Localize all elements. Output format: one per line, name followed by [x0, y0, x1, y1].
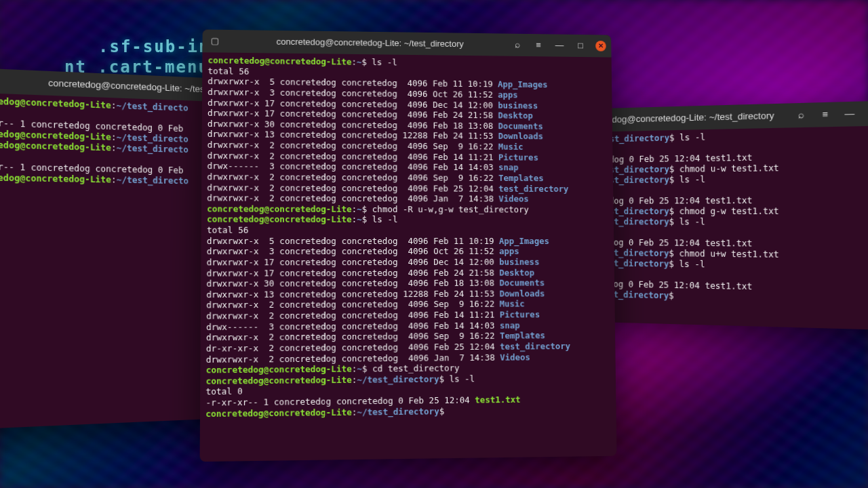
close-button[interactable]: ✕ — [595, 41, 606, 52]
terminal-content[interactable]: concretedog@concretedog-Lite:~$ ls -l to… — [200, 52, 616, 426]
menu-icon[interactable]: ≡ — [532, 39, 545, 52]
menu-icon[interactable]: ≡ — [818, 108, 832, 121]
search-icon[interactable]: ⌕ — [794, 108, 808, 122]
maximize-button[interactable]: □ — [574, 40, 587, 52]
minimize-button[interactable]: — — [843, 107, 856, 121]
new-tab-icon[interactable]: ▢ — [208, 35, 222, 48]
window-title: concretedog@concretedog-Lite: ~/test_dir… — [227, 36, 511, 50]
minimize-button[interactable]: — — [553, 39, 566, 52]
terminal-window-center[interactable]: ▢ concretedog@concretedog-Lite: ~/test_d… — [200, 29, 617, 462]
search-icon[interactable]: ⌕ — [511, 39, 524, 51]
